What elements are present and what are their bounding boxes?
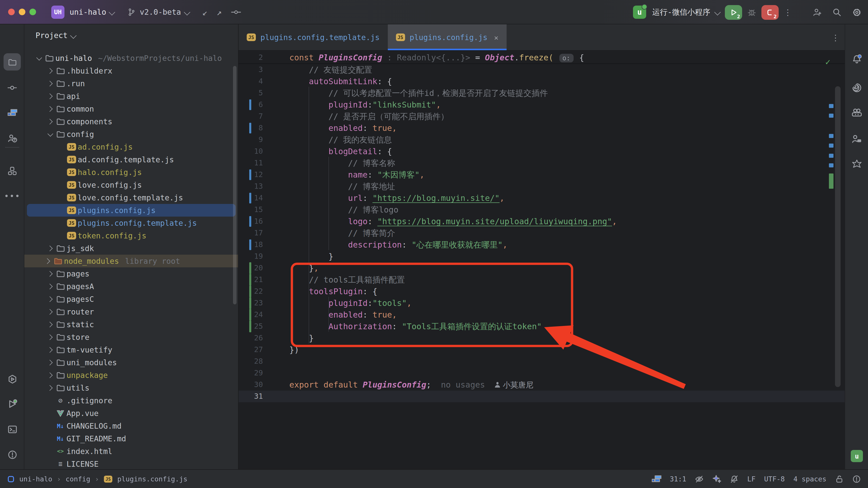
author-inlay-hint[interactable]: 小莫唐尼 <box>495 381 533 390</box>
community-help-button[interactable] <box>4 129 21 147</box>
tree-file-plugins.config.template.js[interactable]: JSplugins.config.template.js <box>27 217 236 229</box>
close-tab-icon[interactable]: ✕ <box>494 33 498 41</box>
code-line-23[interactable]: 23 pluginId:"tools", <box>239 297 845 309</box>
tree-folder-.hbuilderx[interactable]: .hbuilderx <box>27 64 236 77</box>
tree-file-love.config.template.js[interactable]: JSlove.config.template.js <box>27 191 236 204</box>
push-icon[interactable]: ↗ <box>217 7 222 17</box>
tab-options-kebab-icon[interactable]: ⋮ <box>832 24 840 51</box>
tree-file-App.vue[interactable]: App.vue <box>27 407 236 420</box>
tree-file-index.html[interactable]: <>index.html <box>27 445 236 458</box>
close-window-button[interactable] <box>8 9 15 15</box>
more-run-options-icon[interactable]: ⋮ <box>784 7 792 17</box>
terminal-button[interactable] <box>4 421 21 438</box>
crumb-project[interactable]: uni-halo <box>19 475 52 483</box>
notifications-muted-icon[interactable] <box>730 475 739 483</box>
ai-assistant-status-icon[interactable] <box>712 474 721 483</box>
update-project-icon[interactable]: ↙ <box>202 7 208 17</box>
stripe-changed-mark[interactable] <box>829 164 834 168</box>
code-line-3[interactable]: 3 // 友链提交配置 <box>239 64 845 75</box>
minimize-window-button[interactable] <box>19 9 25 15</box>
notifications-button[interactable] <box>848 51 865 68</box>
caret-position[interactable]: 31:1 <box>670 475 686 483</box>
code-line-15[interactable]: 15 // 博客logo <box>239 204 845 216</box>
project-panel-header[interactable]: Project <box>24 24 238 47</box>
tree-folder-uni_modules[interactable]: uni_modules <box>27 356 236 369</box>
structure-button[interactable] <box>4 162 21 180</box>
commit-button[interactable] <box>4 79 21 96</box>
code-line-24[interactable]: 24 enabled: true, <box>239 309 845 321</box>
project-tree-scrollbar[interactable] <box>233 66 237 304</box>
chevron-right-icon[interactable] <box>45 323 54 326</box>
code-line-12[interactable]: 12 name: "木因博客", <box>239 169 845 181</box>
code-line-13[interactable]: 13 // 博客地址 <box>239 181 845 192</box>
code-line-18[interactable]: 18 description: "心在哪里收获就在哪里", <box>239 239 845 251</box>
chevron-right-icon[interactable] <box>45 94 54 98</box>
services-button[interactable] <box>4 370 21 388</box>
tree-folder-router[interactable]: router <box>27 305 236 318</box>
tree-folder-config[interactable]: config <box>27 128 236 140</box>
plugin-pixel-f-button[interactable] <box>4 104 21 121</box>
run-button[interactable] <box>4 395 21 413</box>
chevron-right-icon[interactable] <box>45 335 54 339</box>
tree-folder-utils[interactable]: utils <box>27 382 236 394</box>
code-line-7[interactable]: 7 // 是否开启（可能不启用插件） <box>239 110 845 122</box>
code-line-22[interactable]: 22 toolsPlugin: { <box>239 286 845 297</box>
code-line-5[interactable]: 5 // 可以考虑配置一个插件id，检测是否开启了友链提交插件 <box>239 87 845 99</box>
line-separator[interactable]: LF <box>747 475 755 483</box>
chevron-right-icon[interactable] <box>45 297 54 301</box>
run-configuration[interactable]: 运行-微信小程序 <box>652 7 710 17</box>
tree-folder-common[interactable]: common <box>27 102 236 115</box>
tree-file-token.config.js[interactable]: JStoken.config.js <box>27 229 236 242</box>
code-with-me-icon[interactable] <box>812 8 822 17</box>
tree-folder-api[interactable]: api <box>27 90 236 102</box>
lingma-button[interactable] <box>848 156 865 173</box>
code-with-me-chat-button[interactable] <box>848 130 865 148</box>
tree-file-ad.config.template.js[interactable]: JSad.config.template.js <box>27 153 236 166</box>
code-line-20[interactable]: 20 }, <box>239 262 845 274</box>
tree-file-love.config.js[interactable]: JSlove.config.js <box>27 178 236 191</box>
code-line-8[interactable]: 8 enabled: true, <box>239 122 845 134</box>
tree-file-.gitignore[interactable]: ⊘.gitignore <box>27 394 236 407</box>
tree-folder-node_modules[interactable]: node_moduleslibrary root <box>24 255 238 267</box>
code-line-14[interactable]: 14 url: "https://blog.muyin.site/", <box>239 192 845 204</box>
chevron-right-icon[interactable] <box>45 272 54 276</box>
file-encoding[interactable]: UTF-8 <box>764 475 785 483</box>
more-tool-windows-button[interactable]: ••• <box>4 187 21 204</box>
search-everywhere-icon[interactable] <box>832 8 842 17</box>
code-line-26[interactable]: 26 } <box>239 332 845 344</box>
code-line-17[interactable]: 17 // 博客简介 <box>239 227 845 239</box>
tree-file-LICENSE[interactable]: ≡LICENSE <box>27 458 236 469</box>
stripe-changed-mark[interactable] <box>829 134 834 138</box>
code-line-10[interactable]: 10 blogDetail: { <box>239 145 845 157</box>
code-line-31[interactable]: 31 <box>239 391 845 402</box>
file-writable-icon[interactable] <box>835 475 844 483</box>
tree-folder-uni-halo[interactable]: uni-halo~/WebstormProjects/uni-halo <box>27 52 236 64</box>
inspections-ok-checkmark-icon[interactable]: ✓ <box>825 57 831 67</box>
tree-folder-pages[interactable]: pages <box>27 267 236 280</box>
stop-button[interactable]: 2 <box>762 5 779 20</box>
chevron-right-icon[interactable] <box>45 82 54 86</box>
ai-assistant-button[interactable] <box>848 79 865 96</box>
tree-folder-store[interactable]: store <box>27 331 236 344</box>
chevron-right-icon[interactable] <box>45 120 54 124</box>
chevron-right-icon[interactable] <box>45 285 54 288</box>
stripe-added-mark[interactable] <box>829 173 834 189</box>
code-line-6[interactable]: 6 pluginId:"linksSubmit", <box>239 99 845 110</box>
indent-style[interactable]: 4 spaces <box>794 475 826 483</box>
tree-file-CHANGELOG.md[interactable]: M↓CHANGELOG.md <box>27 420 236 432</box>
tree-folder-js_sdk[interactable]: js_sdk <box>27 242 236 255</box>
code-line-16[interactable]: 16 logo: "https://blog.muyin.site/upload… <box>239 216 845 227</box>
code-line-27[interactable]: 27}) <box>239 344 845 356</box>
stripe-changed-mark[interactable] <box>829 143 834 148</box>
tree-file-halo.config.js[interactable]: JShalo.config.js <box>27 166 236 178</box>
crumb-folder[interactable]: config <box>65 475 90 483</box>
chevron-down-icon[interactable] <box>34 56 43 60</box>
chevron-right-icon[interactable] <box>45 69 54 73</box>
highlighting-level-icon[interactable] <box>852 475 861 483</box>
chevron-right-icon[interactable] <box>43 259 52 263</box>
problems-button[interactable] <box>4 446 21 463</box>
chevron-right-icon[interactable] <box>45 373 54 377</box>
chevron-right-icon[interactable] <box>45 107 54 111</box>
tree-file-plugins.config.js[interactable]: JSplugins.config.js <box>27 204 236 217</box>
code-line-29[interactable]: 29 <box>239 367 845 379</box>
